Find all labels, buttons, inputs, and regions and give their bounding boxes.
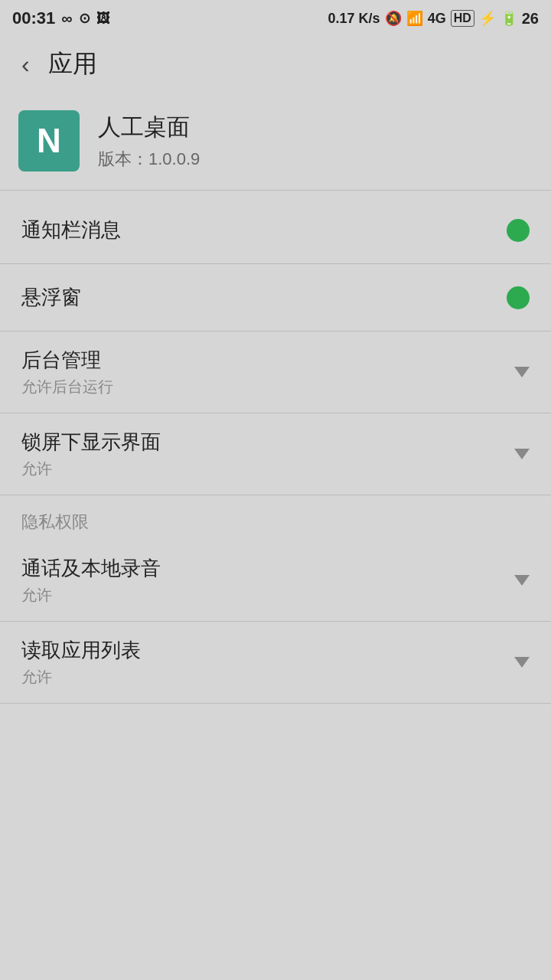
status-left: 00:31 ∞ ⊙ 🖼 <box>12 8 110 28</box>
settings-item-subtitle-applist: 允许 <box>21 667 141 688</box>
app-details: 人工桌面 版本：1.0.0.9 <box>98 112 200 171</box>
settings-item-title-lockscreen: 锁屏下显示界面 <box>21 429 161 456</box>
toolbar: ‹ 应用 <box>0 37 551 92</box>
toggle-notification[interactable] <box>507 219 530 242</box>
settings-item-notification[interactable]: 通知栏消息 <box>0 197 551 264</box>
battery-icon: 🔋 <box>500 10 517 27</box>
signal-mute-icon: 🔕 <box>385 10 402 27</box>
status-right: 0.17 K/s 🔕 📶 4G HD ⚡ 🔋 26 <box>328 10 539 28</box>
battery-level: 26 <box>522 10 539 28</box>
settings-item-title-background: 后台管理 <box>21 347 113 374</box>
status-icon-circle: ⊙ <box>79 10 90 27</box>
hd-icon: HD <box>451 10 474 27</box>
settings-list: 通知栏消息 悬浮窗 后台管理 允许后台运行 锁屏下显示界面 允许 隐私权限 通话… <box>0 197 551 704</box>
settings-item-left: 通知栏消息 <box>21 217 121 243</box>
toggle-floatwindow[interactable] <box>507 286 530 309</box>
app-icon-letter: N <box>37 122 61 160</box>
status-icon-loop: ∞ <box>61 10 72 28</box>
chevron-callrecord <box>514 575 530 586</box>
settings-item-left: 锁屏下显示界面 允许 <box>21 429 161 479</box>
network-speed: 0.17 K/s <box>328 11 380 27</box>
settings-item-title-callrecord: 通话及本地录音 <box>21 555 161 582</box>
chevron-background <box>514 367 530 377</box>
privacy-section-label: 隐私权限 <box>0 495 551 540</box>
status-icon-image: 🖼 <box>96 11 110 27</box>
settings-item-title-notification: 通知栏消息 <box>21 217 121 243</box>
settings-item-left: 通话及本地录音 允许 <box>21 555 161 606</box>
settings-item-left: 悬浮窗 <box>21 284 81 311</box>
chevron-applist <box>514 657 530 668</box>
settings-item-lockscreen[interactable]: 锁屏下显示界面 允许 <box>0 413 551 495</box>
status-time: 00:31 <box>12 8 55 28</box>
app-name: 人工桌面 <box>98 112 200 143</box>
chevron-lockscreen <box>514 449 530 459</box>
cellular-icon: 4G <box>428 11 446 27</box>
settings-item-callrecord[interactable]: 通话及本地录音 允许 <box>0 540 551 622</box>
charging-icon: ⚡ <box>479 10 496 27</box>
app-version: 版本：1.0.0.9 <box>98 148 200 171</box>
wifi-icon: 📶 <box>406 10 423 27</box>
app-icon: N <box>18 110 80 172</box>
settings-item-subtitle-background: 允许后台运行 <box>21 377 113 397</box>
settings-item-floatwindow[interactable]: 悬浮窗 <box>0 264 551 332</box>
settings-item-left: 后台管理 允许后台运行 <box>21 347 113 397</box>
settings-item-title-applist: 读取应用列表 <box>21 637 141 664</box>
app-info: N 人工桌面 版本：1.0.0.9 <box>0 92 551 191</box>
settings-item-subtitle-callrecord: 允许 <box>21 585 161 606</box>
settings-item-left: 读取应用列表 允许 <box>21 637 141 688</box>
settings-item-background[interactable]: 后台管理 允许后台运行 <box>0 332 551 413</box>
status-bar: 00:31 ∞ ⊙ 🖼 0.17 K/s 🔕 📶 4G HD ⚡ 🔋 26 <box>0 0 551 37</box>
back-button[interactable]: ‹ <box>15 44 36 85</box>
settings-item-applist[interactable]: 读取应用列表 允许 <box>0 622 551 704</box>
page-title: 应用 <box>48 47 97 81</box>
settings-item-subtitle-lockscreen: 允许 <box>21 459 161 479</box>
settings-item-title-floatwindow: 悬浮窗 <box>21 284 81 311</box>
